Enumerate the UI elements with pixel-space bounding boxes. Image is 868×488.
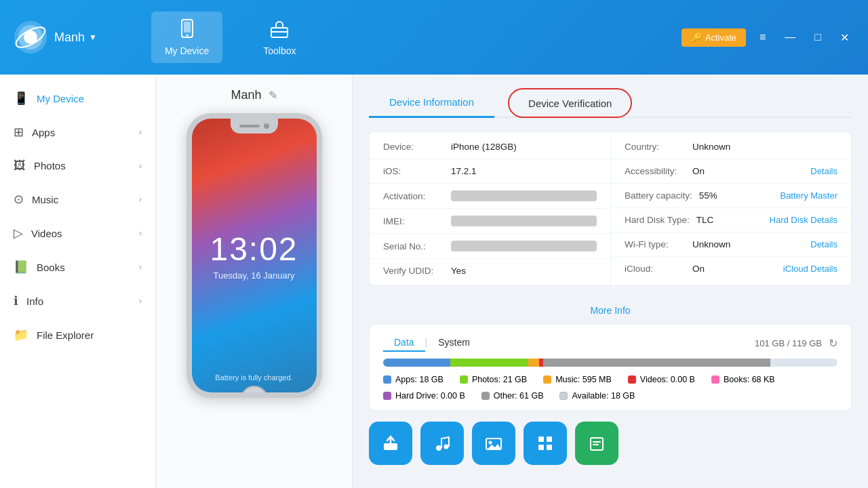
- legend-music: Music: 595 MB: [543, 375, 612, 384]
- storage-header: Data | System 101 GB / 119 GB ↻: [383, 334, 837, 352]
- legend-videos-label: Videos: 0.00 B: [640, 375, 695, 384]
- serial-label: Serial No.:: [383, 241, 444, 251]
- phone-date: Tuesday, 16 January: [214, 270, 295, 281]
- backup-icon-button[interactable]: [369, 422, 412, 465]
- apps-icon-button[interactable]: [524, 422, 567, 465]
- legend-other: Other: 61 GB: [481, 391, 544, 401]
- photos-icon: [484, 434, 503, 453]
- legend-hard-drive-dot: [383, 392, 391, 400]
- icloud-label: iCloud:: [625, 264, 686, 274]
- svg-point-6: [186, 35, 188, 37]
- sidebar-item-books[interactable]: 📗 Books ›: [0, 250, 155, 284]
- info-row-wifi: Wi-Fi type: Unknown Details: [611, 232, 851, 257]
- username[interactable]: Manh ▼: [54, 30, 97, 45]
- legend-available-dot: [559, 392, 568, 400]
- activation-value: [451, 190, 597, 201]
- sidebar-item-file-explorer[interactable]: 📁 File Explorer: [0, 318, 155, 352]
- storage-tab-system[interactable]: System: [427, 334, 481, 352]
- tab-device-verification[interactable]: Device Verification: [508, 88, 632, 118]
- bottom-icons: [369, 422, 852, 465]
- device-value: iPhone (128GB): [451, 142, 597, 152]
- info-row-accessibility: Accessibility: On Details: [611, 159, 851, 184]
- more-info-button[interactable]: More Info: [369, 297, 852, 324]
- legend-photos-dot: [460, 375, 468, 384]
- sidebar-videos-label: Videos: [31, 228, 62, 239]
- books-sidebar-icon: 📗: [14, 260, 28, 274]
- accessibility-label: Accessibility:: [625, 166, 686, 176]
- activation-label: Activation:: [383, 191, 444, 201]
- info-row-device: Device: iPhone (128GB): [370, 135, 610, 159]
- storage-section: Data | System 101 GB / 119 GB ↻: [369, 324, 852, 411]
- svg-rect-17: [547, 445, 552, 450]
- phone-camera: [264, 123, 269, 129]
- sidebar-apps-label: Apps: [32, 127, 55, 138]
- accessibility-value: On: [692, 166, 804, 176]
- storage-bar: [383, 359, 837, 367]
- photos-icon-button[interactable]: [472, 422, 515, 465]
- icloud-details-link[interactable]: iCloud Details: [783, 264, 837, 274]
- phone-screen: 13:02 Tuesday, 16 January Battery is ful…: [192, 119, 317, 392]
- legend-videos: Videos: 0.00 B: [628, 375, 695, 384]
- info-row-activation: Activation:: [370, 184, 610, 209]
- phone-time: 13:02: [210, 230, 298, 268]
- info-row-icloud: iCloud: On iCloud Details: [611, 257, 851, 281]
- battery-value: 55%: [699, 190, 774, 201]
- app-logo: [14, 20, 47, 54]
- hard-disk-value: TLC: [696, 215, 763, 225]
- sidebar-item-videos[interactable]: ▷ Videos ›: [0, 216, 155, 250]
- hard-disk-label: Hard Disk Type:: [625, 215, 690, 225]
- battery-label: Battery capacity:: [625, 190, 692, 201]
- device-name: Manh: [231, 88, 261, 102]
- sidebar-item-apps[interactable]: ⊞ Apps ›: [0, 115, 155, 149]
- edit-name-icon[interactable]: ✎: [269, 89, 277, 102]
- close-button[interactable]: ✕: [835, 28, 854, 47]
- sidebar-item-my-device[interactable]: 📱 My Device: [0, 81, 155, 115]
- legend-other-dot: [481, 392, 490, 400]
- phone-battery-text: Battery is fully charged.: [215, 373, 292, 382]
- refresh-icon[interactable]: ↻: [829, 337, 837, 350]
- info-right-section: Country: Unknown Accessibility: On Detai…: [610, 132, 851, 285]
- wifi-label: Wi-Fi type:: [625, 239, 686, 249]
- apps-chevron-icon: ›: [139, 127, 142, 137]
- info-sidebar-icon: ℹ: [14, 293, 18, 308]
- sidebar-file-explorer-label: File Explorer: [37, 329, 94, 341]
- files-icon-button[interactable]: [575, 422, 618, 465]
- file-explorer-sidebar-icon: 📁: [14, 327, 28, 342]
- info-row-hard-disk: Hard Disk Type: TLC Hard Disk Details: [611, 208, 851, 232]
- info-row-battery: Battery capacity: 55% Battery Master: [611, 184, 851, 208]
- sidebar-item-photos[interactable]: 🖼 Photos ›: [0, 149, 155, 182]
- storage-tab-data[interactable]: Data: [383, 334, 425, 352]
- storage-tabs: Data | System: [383, 334, 481, 352]
- battery-master-link[interactable]: Battery Master: [780, 190, 837, 201]
- serial-value: [451, 241, 597, 251]
- hard-disk-details-link[interactable]: Hard Disk Details: [770, 215, 837, 225]
- legend-hard-drive-label: Hard Drive: 0.00 B: [395, 391, 465, 401]
- device-info-grid: Device: iPhone (128GB) iOS: 17.2.1 Activ…: [369, 131, 852, 286]
- svg-rect-15: [547, 436, 552, 442]
- accessibility-details-link[interactable]: Details: [810, 166, 837, 176]
- sidebar: 📱 My Device ⊞ Apps › 🖼 Photos › ⊙ Music …: [0, 75, 156, 488]
- sidebar-item-music[interactable]: ⊙ Music ›: [0, 182, 155, 216]
- nav-my-device[interactable]: My Device: [151, 12, 222, 63]
- nav-toolbox[interactable]: Toolbox: [250, 12, 309, 63]
- music-icon-button[interactable]: [420, 422, 464, 465]
- files-icon: [587, 434, 606, 453]
- menu-button[interactable]: ≡: [754, 28, 771, 46]
- photos-chevron-icon: ›: [139, 161, 142, 171]
- sidebar-my-device-label: My Device: [37, 93, 84, 104]
- tab-device-information[interactable]: Device Information: [369, 88, 494, 118]
- maximize-button[interactable]: □: [809, 28, 827, 46]
- wifi-details-link[interactable]: Details: [810, 239, 837, 249]
- legend-apps-dot: [383, 375, 391, 384]
- dropdown-icon[interactable]: ▼: [89, 33, 97, 42]
- imei-label: IMEI:: [383, 216, 444, 226]
- info-row-serial: Serial No.:: [370, 234, 610, 259]
- svg-rect-5: [184, 22, 191, 33]
- minimize-button[interactable]: —: [779, 28, 801, 46]
- device-tabs: Device Information Device Verification: [369, 88, 852, 118]
- activate-button[interactable]: 🔑 Activate: [682, 28, 746, 47]
- legend-available-label: Available: 18 GB: [572, 391, 635, 401]
- device-panel: Manh ✎ 13:02 Tuesday, 16 January Battery…: [156, 75, 353, 488]
- wifi-value: Unknown: [692, 239, 804, 249]
- sidebar-item-info[interactable]: ℹ Info ›: [0, 284, 155, 318]
